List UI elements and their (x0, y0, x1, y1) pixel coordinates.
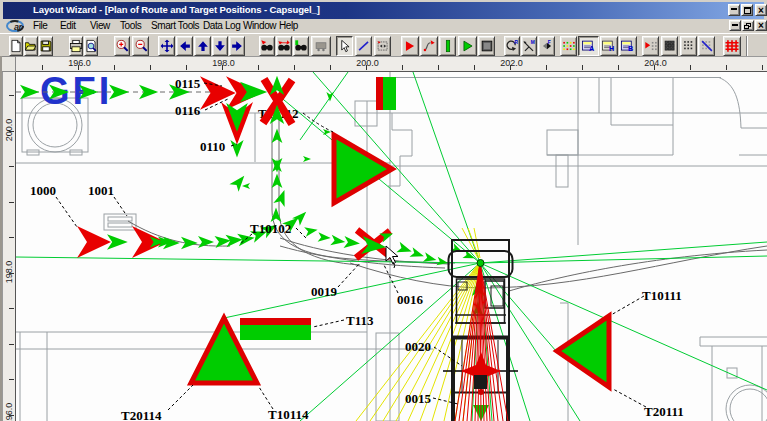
svg-text:0020: 0020 (405, 339, 431, 354)
svg-text:0015: 0015 (405, 391, 432, 406)
svg-text:0115: 0115 (175, 76, 201, 91)
svg-text:T20114: T20114 (121, 408, 162, 421)
svg-text:H: H (609, 44, 614, 53)
svg-text:1000: 1000 (30, 183, 56, 198)
svg-text:F: F (547, 40, 550, 45)
svg-text:T10102: T10102 (250, 221, 291, 236)
svg-text:T10111: T10111 (642, 288, 682, 303)
svg-text:T113: T113 (346, 313, 374, 328)
svg-text:M: M (531, 40, 535, 45)
svg-text:0116: 0116 (175, 103, 201, 118)
svg-text:0110: 0110 (200, 139, 225, 154)
svg-text:R: R (514, 40, 518, 45)
svg-text:T10114: T10114 (268, 407, 309, 421)
svg-text:1001: 1001 (88, 183, 114, 198)
svg-text:A: A (589, 44, 595, 53)
svg-text:B: B (628, 44, 633, 53)
svg-text:T20111: T20111 (644, 404, 684, 419)
svg-text:ar: ar (14, 22, 23, 32)
svg-text:0019: 0019 (311, 284, 338, 299)
svg-text:0016: 0016 (397, 292, 424, 307)
